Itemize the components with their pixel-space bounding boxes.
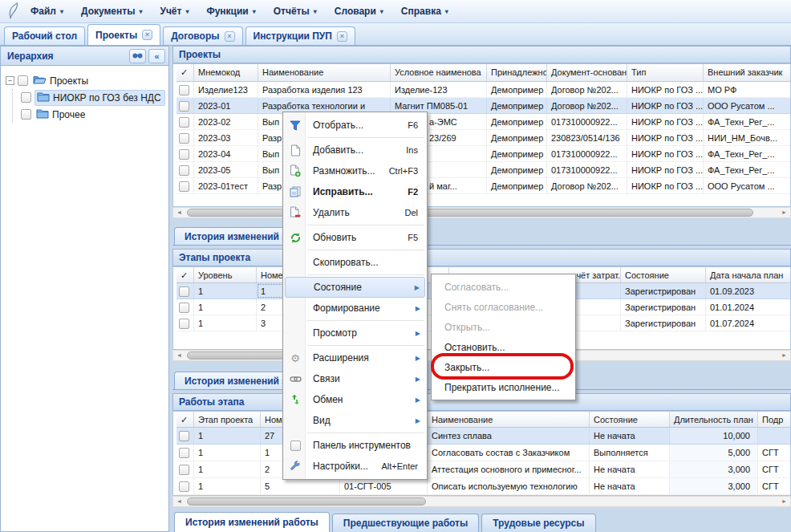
column-header[interactable]: Наименование [258, 64, 391, 82]
column-header[interactable]: Дата начала план [706, 267, 791, 283]
table-row[interactable]: 2023-01Разработка технологии иМагнит ПМ0… [176, 98, 790, 114]
table-cell[interactable]: ФА_Техн_Рег_... [704, 114, 791, 129]
menubar-item-5[interactable]: Словари▾ [326, 3, 392, 19]
tree-node[interactable]: Прочее [34, 108, 88, 122]
table-cell[interactable]: Договор №202... [547, 178, 627, 193]
table-cell[interactable]: 01-СГТ-005 [340, 478, 428, 494]
tree-item[interactable]: Прочее [21, 106, 167, 123]
checkbox-icon[interactable] [21, 109, 31, 120]
table-cell[interactable]: Не начата [590, 478, 670, 494]
context-menu-item[interactable]: УдалитьDel [285, 202, 425, 223]
menubar-item-0[interactable]: Файл▾ [22, 3, 72, 19]
checkbox-icon[interactable] [18, 75, 28, 86]
row-select-cell[interactable] [176, 461, 194, 477]
scrollbar-thumb[interactable] [187, 209, 753, 217]
checkbox-icon[interactable] [21, 92, 31, 103]
table-cell[interactable]: 2023-03 [194, 130, 258, 145]
table-cell[interactable]: Выполняется [590, 445, 670, 461]
row-select-cell[interactable] [176, 478, 194, 494]
table-cell[interactable]: Изделие123 [194, 82, 258, 97]
table-cell[interactable]: ООО Русатом ... [704, 178, 791, 193]
row-select-cell[interactable] [176, 114, 194, 129]
tree-node[interactable]: НИОКР по ГОЗ без НДС [34, 90, 165, 106]
tree-item[interactable]: НИОКР по ГОЗ без НДС [21, 89, 167, 106]
table-row[interactable]: Изделие123Разработка изделия 123Изделие-… [176, 82, 790, 98]
menubar-item-2[interactable]: Учёт▾ [151, 3, 197, 19]
row-select-cell[interactable] [176, 445, 194, 461]
table-cell[interactable]: НИОКР по ГОЗ ... [627, 146, 704, 161]
table-cell[interactable]: ООО Русатом ... [704, 98, 791, 113]
binoculars-icon[interactable] [129, 49, 146, 63]
context-menu-item-submenu[interactable]: ⚙Расширения▶ [285, 347, 425, 368]
collapse-icon[interactable]: « [148, 49, 165, 63]
table-cell[interactable]: 1 [194, 445, 261, 461]
table-cell[interactable]: Демопример [487, 130, 547, 145]
row-select-cell[interactable] [176, 130, 194, 145]
table-cell[interactable]: НИОКР по ГОЗ ... [627, 130, 704, 145]
row-select-cell[interactable] [176, 146, 194, 161]
row-select-cell[interactable] [176, 98, 194, 113]
table-cell[interactable]: 1 [194, 461, 261, 477]
table-cell[interactable]: Разработка изделия 123 [258, 82, 391, 97]
scroll-left-icon[interactable]: ◄ [173, 351, 185, 360]
scroll-right-icon[interactable]: ► [778, 208, 790, 217]
table-row[interactable]: 2023-01тестРазрй маг...ДемопримерДоговор… [176, 178, 790, 194]
table-cell[interactable]: 1 [194, 283, 257, 298]
projects-hscrollbar[interactable]: ◄ ► [172, 207, 791, 218]
tree-expander-icon[interactable]: − [6, 76, 14, 85]
table-cell[interactable]: ФА_Техн_Рег_... [704, 146, 791, 161]
table-cell[interactable]: СГТ [758, 461, 791, 477]
context-menu-item-submenu[interactable]: Вид▶ [285, 410, 425, 431]
table-row[interactable]: 11Согласовать состав с ЗаказчикомВыполня… [176, 445, 790, 461]
table-cell[interactable]: Демопример [487, 114, 547, 129]
bottom-tab-2[interactable]: Трудовые ресурсы [481, 514, 595, 532]
works-hscrollbar[interactable]: ◄ ► [172, 496, 791, 507]
tree-node[interactable]: Проекты [31, 74, 91, 88]
table-row[interactable]: 1501-СГТ-005Описать используемую техноло… [176, 478, 790, 495]
table-cell[interactable]: Договор №202... [547, 82, 627, 97]
tab-close-icon[interactable]: × [337, 31, 347, 42]
table-cell[interactable]: 5 [261, 478, 340, 494]
column-header[interactable]: Документ-основан [547, 64, 627, 82]
bottom-tab-1[interactable]: Предшествующие работы [332, 514, 479, 532]
table-cell[interactable]: 01.09.2023 [706, 283, 791, 298]
context-menu-item[interactable]: Настройки...Alt+Enter [285, 456, 425, 477]
context-menu-item[interactable]: Размножить...Ctrl+F3 [285, 160, 425, 181]
context-menu-item[interactable]: Добавить...Ins [285, 140, 425, 160]
context-menu-item-submenu[interactable]: Формирование▶ [285, 298, 425, 319]
tab-close-icon[interactable]: × [142, 30, 152, 40]
table-cell[interactable]: ФА_Техн_Рег_... [704, 162, 791, 177]
table-cell[interactable]: 1 [194, 478, 261, 494]
table-cell[interactable]: Зарегистрирован [621, 283, 706, 298]
menubar-item-4[interactable]: Отчёты▾ [265, 3, 326, 19]
table-cell[interactable]: Демопример [487, 162, 547, 177]
column-header[interactable]: Подр [758, 412, 791, 428]
scroll-right-icon[interactable]: ► [778, 497, 790, 506]
table-cell[interactable]: СГТ [758, 478, 791, 494]
table-cell[interactable]: Описать используемую технологию [428, 478, 590, 494]
table-cell[interactable]: 5,000 [670, 445, 758, 461]
menubar-item-6[interactable]: Справка▾ [392, 3, 457, 19]
context-menu-item-submenu[interactable]: Состояние▶ [285, 277, 425, 298]
table-cell[interactable]: 230823/0514/136 [547, 130, 627, 145]
row-select-cell[interactable] [176, 178, 194, 193]
context-menu-item[interactable]: Исправить...F2 [285, 181, 425, 202]
context-menu-item[interactable]: Скопировать... [285, 252, 425, 273]
row-select-cell[interactable] [176, 283, 194, 298]
table-cell[interactable]: Не начата [590, 461, 670, 477]
scroll-right-icon[interactable]: ► [778, 351, 790, 360]
table-cell[interactable] [758, 428, 791, 444]
column-header[interactable]: Тип [627, 64, 704, 82]
scroll-left-icon[interactable]: ◄ [173, 208, 185, 217]
select-all-column-header[interactable]: ✓ [176, 412, 194, 428]
tab-close-icon[interactable]: × [225, 31, 235, 42]
table-cell[interactable]: МО РФ [704, 82, 791, 97]
context-menu-item[interactable]: Отобрать...F6 [285, 115, 425, 136]
table-cell[interactable]: 017310000922... [547, 162, 627, 177]
scrollbar-thumb[interactable] [187, 497, 426, 506]
table-cell[interactable]: 1 [194, 299, 257, 315]
table-cell[interactable]: 01.01.2024 [706, 299, 791, 315]
column-header[interactable]: Условное наименова [391, 64, 487, 82]
context-menu-item[interactable]: ОбновитьF5 [285, 227, 425, 248]
table-row[interactable]: 2023-05ВыпДемопример017310000922...НИОКР… [176, 162, 790, 178]
